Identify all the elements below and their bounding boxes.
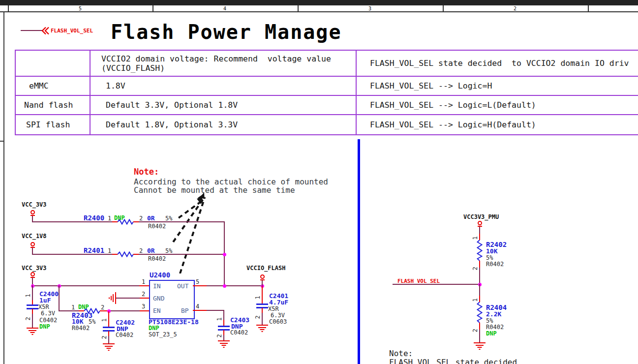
net-label-vccio-flash[interactable]: VCCIO_FLASH (246, 265, 285, 272)
dnp-label: DNP (78, 303, 89, 310)
resistor-r2401-symbol[interactable] (118, 251, 133, 257)
pin-stub (139, 285, 150, 286)
footprint-label: C0402 (39, 317, 57, 324)
gnd-symbol[interactable] (473, 342, 486, 350)
pin-name: IN (153, 282, 161, 290)
offpage-connector-chevron-icon[interactable] (41, 27, 49, 35)
dnp-label: DNP (149, 325, 159, 332)
gnd-symbol[interactable] (26, 328, 39, 335)
wire (116, 298, 140, 299)
resistor-r2402-symbol[interactable] (477, 240, 483, 261)
wire (59, 285, 60, 311)
pin-number: 1 (142, 278, 145, 285)
pin-number: 2 (472, 329, 479, 332)
note-title: Note: (389, 349, 413, 358)
pin-number: 2 (25, 317, 31, 320)
sheet-left-tick (0, 141, 4, 142)
pin-stub (112, 221, 118, 222)
table-cell-voltage: Default 1.8V, Optional 3.3V (91, 115, 357, 134)
refdes-label: U2400 (150, 271, 170, 279)
gnd-symbol[interactable] (108, 291, 116, 305)
footprint-label: R0402 (72, 325, 90, 332)
pin-stub (479, 234, 480, 240)
value-label: 0R (147, 214, 155, 222)
net-label-vcc-3v3[interactable]: VCC_3V3 (22, 265, 47, 272)
voltage-select-table: VCCIO2 domain voltage: Recommend voltage… (15, 50, 638, 135)
pin-stub (140, 310, 150, 311)
ruler-underline (0, 11, 638, 12)
wire (262, 313, 263, 325)
footprint-label: R0402 (148, 255, 166, 262)
pin-stub (112, 254, 118, 255)
value-label: 10K (72, 318, 83, 325)
net-label-vcc-1v8[interactable]: VCC_1V8 (22, 233, 47, 240)
pin-name: GND (153, 295, 164, 302)
wire (32, 314, 33, 328)
section-divider (358, 139, 360, 364)
pin-number: 2 (101, 335, 108, 339)
junction-dot (223, 284, 226, 288)
wire (479, 330, 480, 342)
footprint-label: R0402 (486, 261, 504, 268)
wire (393, 284, 480, 285)
wire (479, 268, 480, 285)
pin-stub (193, 285, 207, 286)
pin-number: 1 (25, 294, 31, 297)
table-cell-voltage: 1.8V (91, 77, 357, 96)
net-label-vcc3v3-pmu[interactable]: VCC3V3_PMU (463, 213, 499, 220)
pin-name: EN (153, 307, 161, 314)
pin-number: 1 (472, 236, 479, 240)
resistor-r2404-symbol[interactable] (477, 302, 483, 323)
pin-number: 1 (254, 296, 261, 299)
wire (32, 285, 139, 286)
pin-name: BP (181, 307, 189, 314)
pin-stub (479, 261, 480, 268)
footprint-label: SOT_23_5 (149, 331, 177, 338)
value-label: 2.2K (486, 310, 501, 318)
net-label-vcc-3v3[interactable]: VCC_3V3 (22, 201, 47, 208)
wire (479, 227, 480, 234)
table-cell-device: SPI flash (16, 115, 91, 134)
ruler-zone-label: 3 (368, 6, 371, 11)
pin-stub (479, 296, 480, 302)
note-line: Cannot be mounted at the same time (134, 186, 295, 194)
footprint-label: R0402 (148, 223, 166, 230)
note-line: FLASH_VOL_SEL state decided (389, 358, 517, 364)
pin-number: 1 (108, 247, 111, 254)
table-cell-device: eMMC (16, 77, 91, 96)
tolerance-label: 5% (165, 215, 172, 222)
header-line: (VCCIO_FLASH) (101, 63, 165, 73)
tolerance-label: 5% (486, 317, 493, 324)
ruler-tick (588, 5, 589, 11)
offpage-net-label[interactable]: FLASH_VOL_SEL (51, 28, 93, 34)
pin-stub (193, 310, 207, 311)
table-header-cell: VCCIO2 domain voltage: Recommend voltage… (91, 51, 357, 77)
table-cell-logic: FLASH_VOL_SEL --> Logic=H (357, 77, 638, 96)
header-line: VCCIO2 domain voltage: Recommend voltage… (101, 54, 331, 63)
tolerance-label: 5% (89, 318, 95, 325)
pin-stub (479, 323, 480, 330)
ruler-zone-label: 5 (79, 6, 82, 11)
rating-label: 6.3V (41, 310, 55, 317)
page-title: Flash Power Manage (111, 21, 341, 43)
pin-stub (133, 254, 139, 255)
pin-stub (133, 221, 139, 222)
pin-number: 1 (216, 317, 223, 321)
table-cell-logic: FLASH_VOL_SEL --> Logic=L(Default) (357, 96, 638, 115)
value-label: 10K (486, 247, 497, 255)
gnd-symbol[interactable] (255, 325, 269, 333)
value-label: 1uF (39, 297, 51, 304)
dnp-label: DNP (486, 330, 497, 337)
wire (207, 310, 224, 311)
gnd-symbol[interactable] (102, 343, 116, 351)
gnd-symbol[interactable] (217, 340, 231, 348)
pin-number: 3 (142, 303, 145, 310)
tolerance-label: 5% (486, 254, 493, 261)
footprint-label: C0402 (116, 332, 133, 338)
pin-number: 2 (139, 215, 143, 222)
wire (32, 285, 33, 300)
table-cell-logic: FLASH_VOL_SEL --> Logic=H(Default) (357, 115, 638, 134)
pin-number: 2 (254, 315, 261, 319)
ruler-tick (8, 5, 9, 11)
ruler-tick (443, 5, 444, 11)
